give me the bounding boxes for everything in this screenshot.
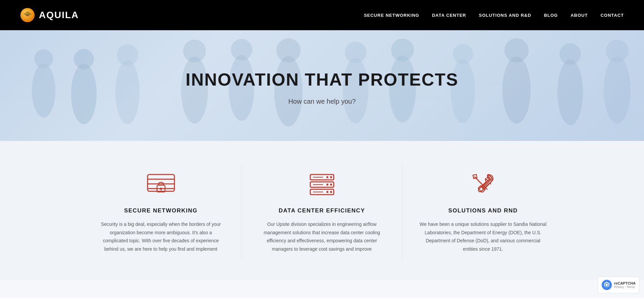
svg-point-25: [604, 56, 631, 123]
svg-point-41: [330, 184, 332, 186]
svg-point-23: [557, 59, 583, 125]
svg-point-42: [326, 184, 328, 186]
feature-secure-networking-title: SECURE NETWORKING: [97, 207, 224, 214]
svg-point-44: [326, 191, 328, 193]
features-section: SECURE NETWORKING Security is a big deal…: [0, 141, 644, 280]
data-center-icon: [307, 171, 337, 198]
svg-point-40: [326, 176, 328, 178]
feature-secure-networking-desc: Security is a big deal, especially when …: [97, 220, 224, 253]
site-header: AQUILA SECURE NETWORKING DATA CENTER SOL…: [0, 0, 644, 30]
logo-wordmark: AQUILA: [39, 10, 79, 20]
recaptcha-logo-icon: [601, 280, 612, 280]
svg-point-8: [117, 44, 138, 66]
feature-data-center-desc: Our Upsite division specializes in engin…: [258, 220, 385, 253]
main-nav: SECURE NETWORKING DATA CENTER SOLUTIONS …: [364, 13, 624, 18]
feature-solutions-rnd: SOLUTIONS AND RND We have been a unique …: [402, 164, 564, 260]
nav-blog[interactable]: BLOG: [544, 13, 558, 18]
feature-solutions-rnd-title: SOLUTIONS AND RND: [419, 207, 547, 214]
feature-secure-networking: SECURE NETWORKING Security is a big deal…: [80, 164, 241, 260]
svg-point-26: [606, 40, 629, 62]
secure-networking-icon: [146, 171, 176, 198]
svg-point-7: [115, 60, 140, 124]
svg-point-39: [330, 176, 332, 178]
recaptcha-badge: reCAPTCHA Privacy - Terms: [598, 277, 639, 280]
nav-contact[interactable]: CONTACT: [600, 13, 624, 18]
hero-content: INNOVATION THAT PROTECTS How can we help…: [179, 49, 465, 122]
hero-subtitle: How can we help you?: [185, 98, 459, 105]
svg-point-22: [504, 38, 529, 62]
svg-point-2: [26, 14, 29, 16]
feature-data-center: DATA CENTER EFFICIENCY Our Upsite divisi…: [241, 164, 402, 260]
svg-point-21: [502, 56, 531, 123]
svg-rect-35: [160, 189, 161, 190]
feature-data-center-title: DATA CENTER EFFICIENCY: [258, 207, 385, 214]
nav-data-center[interactable]: DATA CENTER: [432, 13, 466, 18]
logo-icon: [20, 8, 35, 22]
svg-point-3: [32, 64, 55, 117]
svg-point-24: [559, 43, 581, 65]
hero-title: INNOVATION THAT PROTECTS: [185, 69, 459, 90]
solutions-rnd-icon: [468, 171, 498, 198]
feature-solutions-rnd-desc: We have been a unique solutions supplier…: [419, 220, 547, 253]
svg-point-43: [330, 191, 332, 193]
hero-section: INNOVATION THAT PROTECTS How can we help…: [0, 30, 644, 141]
nav-secure-networking[interactable]: SECURE NETWORKING: [364, 13, 419, 18]
svg-point-5: [71, 64, 97, 124]
logo[interactable]: AQUILA: [20, 8, 79, 22]
nav-solutions-rnd[interactable]: SOLUTIONS AND R&D: [479, 13, 531, 18]
nav-about[interactable]: ABOUT: [571, 13, 588, 18]
svg-point-4: [34, 49, 53, 68]
svg-point-6: [74, 49, 94, 69]
